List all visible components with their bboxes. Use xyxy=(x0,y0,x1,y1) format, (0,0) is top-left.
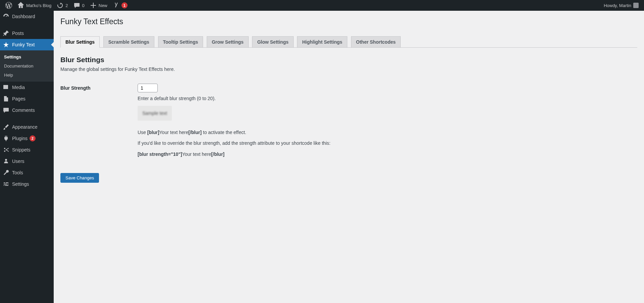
updates-count: 2 xyxy=(65,3,68,8)
comment-icon xyxy=(73,2,80,9)
sidebar-item-tools[interactable]: Tools xyxy=(0,167,54,178)
admin-toolbar: Maťko's Blog 2 0 New 1 xyxy=(0,0,644,11)
sidebar-item-label: Users xyxy=(12,156,24,167)
sidebar-item-media[interactable]: Media xyxy=(0,82,54,93)
comment-icon xyxy=(0,107,12,114)
sidebar-item-label: Appearance xyxy=(12,122,38,132)
content-area: Funky Text Effects Blur Settings Scrambl… xyxy=(54,0,644,196)
sliders-icon xyxy=(0,181,12,187)
tab-grow[interactable]: Grow Settings xyxy=(207,36,249,47)
sidebar-item-label: Tools xyxy=(12,167,23,178)
sidebar-item-users[interactable]: Users xyxy=(0,156,54,167)
settings-form: Blur Strength Enter a default blur stren… xyxy=(60,79,637,163)
site-name: Maťko's Blog xyxy=(26,3,51,8)
refresh-icon xyxy=(57,2,63,9)
users-icon xyxy=(0,158,12,165)
blur-strength-input[interactable] xyxy=(138,84,158,92)
override-example: [blur strength="10"]Your text here[/blur… xyxy=(138,150,634,158)
tab-scramble[interactable]: Scramble Settings xyxy=(103,36,154,47)
override-intro: If you'd like to override the blur stren… xyxy=(138,139,634,147)
funky-text-icon xyxy=(0,41,12,48)
settings-tabs: Blur Settings Scramble Settings Tooltip … xyxy=(60,33,637,48)
sidebar-item-label: Comments xyxy=(12,105,35,116)
section-title: Blur Settings xyxy=(60,56,637,64)
dashboard-icon xyxy=(0,13,12,20)
tab-highlight[interactable]: Highlight Settings xyxy=(297,36,347,47)
sample-preview: Sample text xyxy=(138,106,172,121)
sidebar-item-label: Pages xyxy=(12,93,26,104)
sidebar-item-label: Snippets xyxy=(12,144,30,155)
sidebar-item-pages[interactable]: Pages xyxy=(0,93,54,104)
site-link[interactable]: Maťko's Blog xyxy=(15,0,54,11)
plugins-update-badge: 2 xyxy=(30,135,36,141)
tab-glow[interactable]: Glow Settings xyxy=(252,36,293,47)
sidebar-item-appearance[interactable]: Appearance xyxy=(0,121,54,133)
sidebar-item-label: Settings xyxy=(12,179,29,189)
sample-text: Sample text xyxy=(142,111,167,116)
sidebar-item-funky-text[interactable]: Funky Text xyxy=(0,39,54,50)
sidebar-item-label: Funky Text xyxy=(12,39,35,50)
sidebar-item-posts[interactable]: Posts xyxy=(0,28,54,39)
submenu-settings[interactable]: Settings xyxy=(0,52,54,61)
plugin-icon xyxy=(0,135,12,142)
tab-other[interactable]: Other Shortcodes xyxy=(351,36,401,47)
yoast-icon xyxy=(113,2,119,9)
sidebar-item-label: Dashboard xyxy=(12,11,35,22)
media-icon xyxy=(0,84,12,91)
pin-icon xyxy=(0,30,12,37)
admin-sidebar: Dashboard Posts Funky Text Settings Docu… xyxy=(0,11,54,196)
scissors-icon xyxy=(0,146,12,153)
tab-blur[interactable]: Blur Settings xyxy=(60,36,100,48)
wordpress-icon xyxy=(5,2,12,9)
sidebar-item-dashboard[interactable]: Dashboard xyxy=(0,11,54,22)
page-title: Funky Text Effects xyxy=(60,14,637,33)
funky-text-submenu: Settings Documentation Help xyxy=(0,50,54,82)
comments-link[interactable]: 0 xyxy=(71,0,87,11)
brush-icon xyxy=(0,124,12,130)
sidebar-item-comments[interactable]: Comments xyxy=(0,104,54,116)
yoast-link[interactable]: 1 xyxy=(110,0,130,11)
sidebar-item-label: Plugins xyxy=(12,133,28,144)
section-description: Manage the global settings for Funky Tex… xyxy=(60,67,637,72)
wp-logo[interactable] xyxy=(3,0,15,11)
sidebar-item-settings[interactable]: Settings xyxy=(0,178,54,190)
usage-instruction: Use [blur]Your text here[/blur] to activ… xyxy=(138,129,634,136)
submenu-help[interactable]: Help xyxy=(0,71,54,80)
blur-strength-hint: Enter a default blur strength (0 to 20). xyxy=(138,96,634,101)
home-icon xyxy=(17,2,24,9)
yoast-badge: 1 xyxy=(121,2,128,8)
new-label: New xyxy=(99,3,107,8)
sidebar-item-label: Media xyxy=(12,82,25,93)
sidebar-item-label: Posts xyxy=(12,28,24,39)
submenu-documentation[interactable]: Documentation xyxy=(0,61,54,71)
tab-tooltip[interactable]: Tooltip Settings xyxy=(158,36,203,47)
updates-link[interactable]: 2 xyxy=(54,0,70,11)
wrench-icon xyxy=(0,169,12,176)
sidebar-item-snippets[interactable]: Snippets xyxy=(0,144,54,156)
avatar xyxy=(633,3,639,8)
new-content-link[interactable]: New xyxy=(87,0,110,11)
save-button[interactable]: Save Changes xyxy=(60,173,99,183)
pages-icon xyxy=(0,95,12,102)
plus-icon xyxy=(90,2,97,9)
howdy-text: Howdy, Martin xyxy=(604,3,631,8)
sidebar-item-plugins[interactable]: Plugins 2 xyxy=(0,133,54,144)
blur-strength-label: Blur Strength xyxy=(60,79,134,163)
comments-count: 0 xyxy=(82,3,85,8)
account-link[interactable]: Howdy, Martin xyxy=(601,0,641,11)
